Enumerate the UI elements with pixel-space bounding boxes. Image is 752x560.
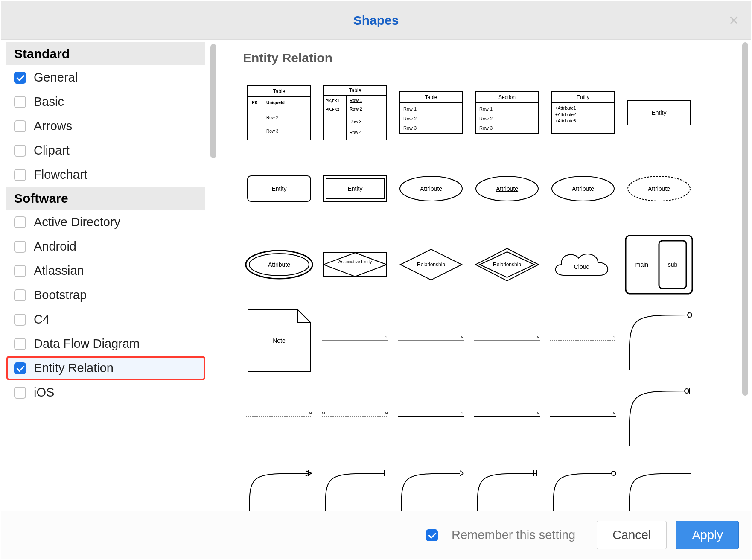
sidebar-item-android[interactable]: Android <box>6 234 205 259</box>
svg-text:PK,FK1: PK,FK1 <box>326 99 339 103</box>
shape-list-table[interactable]: Table Row 1 Row 2 Row 3 <box>395 76 467 149</box>
shape-curve-2[interactable] <box>319 456 391 511</box>
checkbox[interactable] <box>14 169 26 181</box>
shape-curve-end2[interactable] <box>623 380 695 453</box>
checkbox[interactable] <box>14 387 26 399</box>
svg-text:Section: Section <box>498 94 516 100</box>
sidebar-item-basic[interactable]: Basic <box>6 90 205 114</box>
sidebar-item-entity-relation[interactable]: Entity Relation <box>6 356 205 380</box>
shape-connector-3[interactable]: N <box>471 304 543 377</box>
shape-entity-rect[interactable]: Entity <box>243 152 315 225</box>
shape-relationship-identifying[interactable]: Relationship <box>471 228 543 301</box>
sidebar-item-flowchart[interactable]: Flowchart <box>6 163 205 187</box>
shape-connector-8[interactable]: N <box>471 380 543 453</box>
svg-text:Cloud: Cloud <box>574 263 590 270</box>
svg-rect-56 <box>324 253 387 277</box>
shape-table-pkfk[interactable]: Table PK,FK1 Row 1 PK,FK2 Row 2 Row 3 Ro… <box>319 76 391 149</box>
cancel-button[interactable]: Cancel <box>597 521 667 549</box>
shape-curve-5[interactable] <box>547 456 619 511</box>
checkbox[interactable] <box>14 216 26 228</box>
shape-attribute-oval2[interactable]: Attribute <box>547 152 619 225</box>
svg-text:Note: Note <box>273 337 286 344</box>
checkbox[interactable] <box>14 314 26 326</box>
shape-entity-rect-simple[interactable]: Entity <box>623 76 695 149</box>
shape-note[interactable]: Note <box>243 304 315 377</box>
svg-text:PK,FK2: PK,FK2 <box>326 107 339 111</box>
svg-text:M: M <box>322 411 325 415</box>
shape-table-pk[interactable]: Table PK UniqueId Row 2 Row 3 <box>243 76 315 149</box>
sidebar-item-ios[interactable]: iOS <box>6 380 205 405</box>
svg-text:Attribute: Attribute <box>496 185 518 192</box>
preview-scrollbar[interactable] <box>742 42 748 396</box>
checkbox[interactable] <box>14 241 26 253</box>
svg-text:Attribute: Attribute <box>572 185 594 192</box>
sidebar-item-label: Bootstrap <box>34 288 87 302</box>
sidebar-item-data-flow-diagram[interactable]: Data Flow Diagram <box>6 332 205 356</box>
sidebar-item-label: Atlassian <box>34 264 84 278</box>
shape-preview-pane: Entity Relation Table PK UniqueId Row 2 … <box>219 40 751 511</box>
shape-curve-6[interactable] <box>623 456 695 511</box>
shape-connector-4[interactable]: 1 <box>547 304 619 377</box>
close-icon[interactable]: × <box>729 11 739 30</box>
sidebar-item-c4[interactable]: C4 <box>6 307 205 332</box>
checkbox[interactable] <box>14 338 26 350</box>
svg-text:Relationship: Relationship <box>417 262 445 268</box>
svg-line-98 <box>460 471 463 473</box>
svg-point-92 <box>685 389 689 393</box>
shape-connector-6[interactable]: MN <box>319 380 391 453</box>
svg-text:Row 3: Row 3 <box>403 125 417 131</box>
svg-text:PK: PK <box>252 100 258 105</box>
shape-attribute-derived[interactable]: Attribute <box>623 152 695 225</box>
checkbox[interactable] <box>14 120 26 132</box>
shape-curve-end1[interactable] <box>623 304 695 377</box>
sidebar-item-bootstrap[interactable]: Bootstrap <box>6 283 205 307</box>
shape-connector-2[interactable]: N <box>395 304 467 377</box>
apply-button[interactable]: Apply <box>676 521 739 549</box>
shape-cloud[interactable]: Cloud <box>547 228 619 301</box>
sidebar-item-atlassian[interactable]: Atlassian <box>6 259 205 283</box>
sidebar-item-label: Basic <box>34 95 64 109</box>
checkbox[interactable] <box>14 362 26 374</box>
shape-connector-9[interactable]: N <box>547 380 619 453</box>
svg-text:main: main <box>635 261 648 268</box>
checkbox[interactable] <box>14 96 26 108</box>
checkbox[interactable] <box>14 265 26 277</box>
shape-attribute-oval[interactable]: Attribute <box>395 152 467 225</box>
sidebar-scrollbar[interactable] <box>210 44 216 158</box>
sidebar-item-label: Clipart <box>34 143 70 158</box>
shape-list-entity[interactable]: Entity +Attribute1 +Attribute2 +Attribut… <box>547 76 619 149</box>
shape-category-sidebar[interactable]: StandardGeneralBasicArrowsClipartFlowcha… <box>6 42 205 511</box>
svg-text:N: N <box>309 411 312 415</box>
svg-text:N: N <box>461 335 464 339</box>
remember-setting[interactable]: Remember this setting <box>426 528 575 542</box>
shape-hierarchy[interactable]: mainsub <box>623 228 695 301</box>
shape-curve-1[interactable] <box>243 456 315 511</box>
svg-text:Entity: Entity <box>271 185 286 192</box>
svg-text:Row 2: Row 2 <box>479 116 493 121</box>
shape-associative-entity[interactable]: Associative Entity <box>319 228 391 301</box>
checkbox[interactable] <box>14 145 26 157</box>
shape-relationship[interactable]: Relationship <box>395 228 467 301</box>
checkbox[interactable] <box>14 72 26 84</box>
svg-text:Row 3: Row 3 <box>266 129 279 134</box>
svg-text:Associative Entity: Associative Entity <box>338 260 372 264</box>
shape-attribute-key[interactable]: Attribute <box>471 152 543 225</box>
remember-checkbox[interactable] <box>426 529 438 541</box>
svg-text:Attribute: Attribute <box>648 185 670 192</box>
sidebar-item-active-directory[interactable]: Active Directory <box>6 210 205 234</box>
shape-connector-7[interactable]: 1 <box>395 380 467 453</box>
checkbox[interactable] <box>14 289 26 301</box>
svg-text:N: N <box>613 411 616 415</box>
shape-curve-3[interactable] <box>395 456 467 511</box>
shape-curve-4[interactable] <box>471 456 543 511</box>
shape-connector-1[interactable]: 1 <box>319 304 391 377</box>
shape-attribute-multivalued[interactable]: Attribute <box>243 228 315 301</box>
sidebar-item-arrows[interactable]: Arrows <box>6 114 205 138</box>
svg-text:Table: Table <box>425 94 437 100</box>
sidebar-item-clipart[interactable]: Clipart <box>6 138 205 163</box>
dialog-footer: Remember this setting Cancel Apply <box>1 511 751 559</box>
shape-list-section[interactable]: Section Row 1 Row 2 Row 3 <box>471 76 543 149</box>
sidebar-item-general[interactable]: General <box>6 65 205 90</box>
shape-connector-5[interactable]: N <box>243 380 315 453</box>
shape-entity-double[interactable]: Entity <box>319 152 391 225</box>
